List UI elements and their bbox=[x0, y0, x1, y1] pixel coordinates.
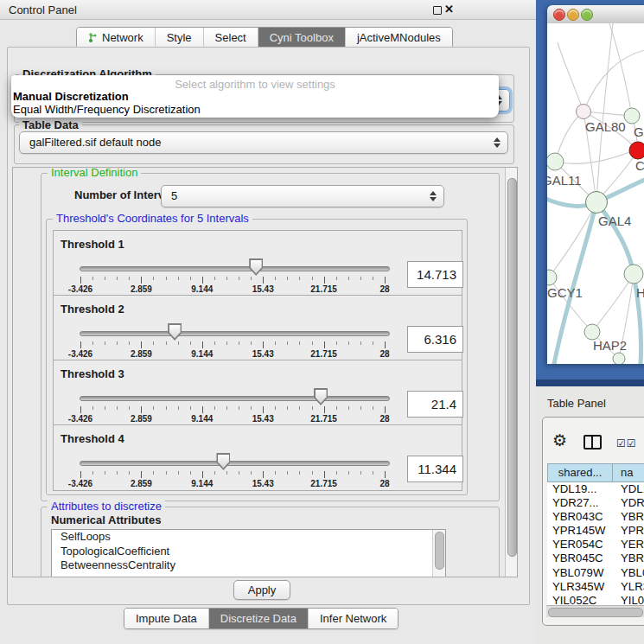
cell-shared-name[interactable]: YPR145W bbox=[547, 524, 613, 538]
tab-cyni-toolbox[interactable]: Cyni Toolbox bbox=[258, 28, 345, 48]
node-label: GCY1 bbox=[547, 285, 583, 300]
vertical-scrollbar[interactable] bbox=[505, 168, 517, 577]
column-header-name[interactable]: na bbox=[612, 463, 644, 482]
node-green[interactable] bbox=[547, 153, 564, 170]
slider-thumb[interactable] bbox=[249, 258, 263, 276]
table-row[interactable]: YDL19...YDL1 bbox=[547, 482, 644, 496]
slider-tick bbox=[117, 341, 118, 345]
horizontal-scrollbar-thumb[interactable] bbox=[548, 608, 643, 617]
minimize-traffic-light-icon[interactable] bbox=[567, 9, 579, 21]
list-scrollbar[interactable] bbox=[432, 530, 445, 577]
cell-name[interactable]: YLR3 bbox=[613, 580, 644, 594]
split-columns-icon[interactable] bbox=[583, 435, 602, 450]
close-traffic-light-icon[interactable] bbox=[553, 9, 565, 21]
slider-tick-label: 15.43 bbox=[241, 414, 284, 424]
attribute-list-item[interactable]: SelfLoops bbox=[52, 530, 445, 545]
close-icon[interactable]: ✕ bbox=[444, 3, 454, 16]
attribute-list-item[interactable]: TopologicalCoefficient bbox=[52, 545, 445, 559]
node-gal4[interactable] bbox=[586, 192, 608, 214]
horizontal-scrollbar[interactable] bbox=[546, 605, 644, 617]
numerical-attributes-list[interactable]: SelfLoopsTopologicalCoefficientBetweenne… bbox=[51, 529, 446, 577]
tab-style[interactable]: Style bbox=[155, 28, 203, 48]
tab-jactivemnodules[interactable]: jActiveMNodules bbox=[345, 28, 452, 48]
tab-infer-network[interactable]: Infer Network bbox=[308, 609, 398, 628]
network-view-window: GAL80GACGAL11GAL4GCY1HHAP2 bbox=[547, 5, 644, 364]
slider-tick bbox=[348, 471, 349, 475]
threshold-value-field[interactable]: 14.713 bbox=[407, 261, 463, 288]
dropdown-option-manual-discretization[interactable]: Manual Discretization bbox=[13, 90, 129, 103]
table-row[interactable]: YLR345WYLR3 bbox=[547, 580, 644, 594]
node-green[interactable] bbox=[613, 353, 625, 364]
tab-network[interactable]: Network bbox=[77, 28, 155, 48]
slider-tick bbox=[312, 471, 313, 475]
slider-tick bbox=[226, 471, 227, 475]
cell-name[interactable]: YDL1 bbox=[613, 482, 644, 496]
attribute-list-item[interactable]: BetweennessCentrality bbox=[52, 558, 445, 573]
slider-tick bbox=[190, 277, 191, 280]
table-data-combobox[interactable]: galFiltered.sif default node bbox=[19, 131, 508, 154]
table-row[interactable]: YER054CYER0 bbox=[547, 538, 644, 552]
cell-name[interactable]: YBR0 bbox=[613, 510, 644, 524]
table-row[interactable]: YBL079WYBL0 bbox=[547, 566, 644, 580]
threshold-value-field[interactable]: 11.344 bbox=[407, 456, 463, 482]
threshold-value-field[interactable]: 6.316 bbox=[407, 326, 463, 353]
node-green[interactable] bbox=[624, 265, 643, 284]
cell-name[interactable]: YBL0 bbox=[613, 566, 644, 580]
screen: Control Panel ✕ Network Style Select Cyn… bbox=[0, 0, 644, 644]
float-window-icon[interactable] bbox=[433, 6, 442, 15]
cell-name[interactable]: YDR2 bbox=[613, 496, 644, 510]
cell-shared-name[interactable]: YBR043C bbox=[547, 510, 613, 524]
zoom-traffic-light-icon[interactable] bbox=[581, 9, 593, 21]
node-red[interactable] bbox=[629, 142, 644, 159]
tab-select[interactable]: Select bbox=[203, 28, 258, 48]
vertical-scrollbar-thumb[interactable] bbox=[507, 178, 517, 557]
number-of-intervals-combobox[interactable]: 5 bbox=[161, 185, 444, 207]
tab-discretize-data[interactable]: Discretize Data bbox=[208, 609, 308, 628]
cell-name[interactable]: YBR0 bbox=[613, 552, 644, 565]
gear-icon[interactable]: ⚙ bbox=[552, 432, 567, 449]
cell-shared-name[interactable]: YBL079W bbox=[547, 566, 613, 580]
slider-tick bbox=[312, 277, 313, 280]
group-title-interval-definition: Interval Definition bbox=[48, 167, 141, 179]
node-gcy1[interactable] bbox=[547, 270, 557, 285]
node-pink[interactable] bbox=[577, 105, 591, 119]
checkbox-icons[interactable]: ☑☑ bbox=[616, 437, 637, 450]
threshold-slider[interactable] bbox=[80, 461, 390, 466]
table-body[interactable]: YDL19...YDL1YDR27...YDR2YBR043CYBR0YPR14… bbox=[547, 482, 644, 608]
slider-thumb[interactable] bbox=[314, 388, 328, 405]
slider-thumb[interactable] bbox=[168, 323, 182, 341]
slider-thumb[interactable] bbox=[216, 453, 230, 470]
slider-tick bbox=[299, 406, 300, 410]
cell-shared-name[interactable]: YDL19... bbox=[547, 482, 613, 496]
cell-shared-name[interactable]: YBR045C bbox=[547, 552, 613, 565]
cell-shared-name[interactable]: YDR27... bbox=[547, 496, 613, 510]
desktop-shadow-strip bbox=[536, 379, 644, 386]
table-row[interactable]: YDR27...YDR2 bbox=[547, 496, 644, 510]
cell-shared-name[interactable]: YER054C bbox=[547, 538, 613, 552]
cell-name[interactable]: YPR1 bbox=[613, 524, 644, 538]
slider-tick bbox=[287, 406, 288, 410]
cell-shared-name[interactable]: YLR345W bbox=[547, 580, 613, 594]
table-row[interactable]: YPR145WYPR1 bbox=[547, 524, 644, 538]
slider-tick bbox=[202, 341, 203, 348]
slider-tick bbox=[239, 341, 239, 345]
slider-tick bbox=[80, 277, 81, 284]
slider-tick-label: -3.426 bbox=[59, 479, 102, 488]
threshold-slider[interactable] bbox=[80, 331, 390, 336]
numerical-attributes-label: Numerical Attributes bbox=[51, 513, 161, 526]
apply-button[interactable]: Apply bbox=[233, 580, 290, 600]
tab-impute-data[interactable]: Impute Data bbox=[124, 609, 208, 628]
table-row[interactable]: YBR043CYBR0 bbox=[547, 510, 644, 524]
slider-tick bbox=[214, 406, 215, 410]
cell-name[interactable]: YER0 bbox=[613, 538, 644, 552]
threshold-slider[interactable] bbox=[80, 396, 390, 401]
threshold-panel-1: Threshold 1 -3.4262.8599.14415.4321.7152… bbox=[53, 230, 462, 296]
column-header-shared-name[interactable]: shared... bbox=[547, 463, 613, 482]
threshold-slider[interactable] bbox=[80, 266, 390, 271]
node-green[interactable] bbox=[624, 108, 640, 124]
dropdown-option-equal-width-frequency[interactable]: Equal Width/Frequency Discretization bbox=[13, 103, 201, 116]
table-row[interactable]: YBR045CYBR0 bbox=[547, 552, 644, 565]
threshold-value-field[interactable]: 21.4 bbox=[407, 391, 463, 418]
network-canvas[interactable]: GAL80GACGAL11GAL4GCY1HHAP2 bbox=[547, 23, 644, 364]
list-scrollbar-thumb[interactable] bbox=[435, 532, 444, 570]
